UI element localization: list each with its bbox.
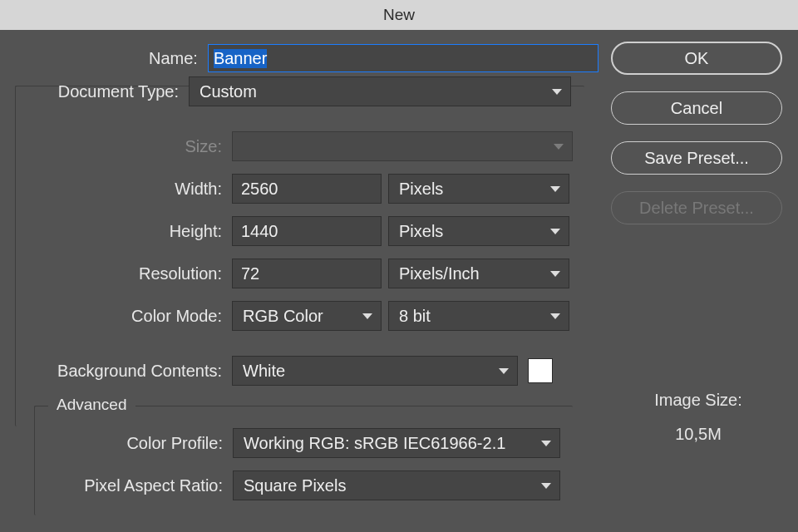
- height-value: 1440: [241, 222, 278, 241]
- par-value: Square Pixels: [244, 476, 346, 495]
- width-unit-value: Pixels: [399, 180, 443, 199]
- bgcontents-select[interactable]: White: [232, 356, 518, 386]
- row-par: Pixel Aspect Ratio: Square Pixels: [35, 469, 573, 502]
- label-bgcontents: Background Contents:: [16, 362, 232, 381]
- chevron-down-icon: [552, 89, 562, 95]
- chevron-down-icon: [550, 313, 560, 319]
- row-width: Width: 2560 Pixels: [16, 172, 584, 205]
- image-size-label: Image Size:: [611, 391, 786, 410]
- resolution-unit-select[interactable]: Pixels/Inch: [388, 259, 569, 288]
- legend-advanced: Advanced: [48, 396, 135, 414]
- name-input-text: Banner: [214, 49, 268, 68]
- row-colormode: Color Mode: RGB Color 8 bit: [16, 299, 584, 332]
- resolution-value: 72: [241, 264, 259, 283]
- delete-preset-button: Delete Preset...: [611, 191, 782, 224]
- chevron-down-icon: [550, 186, 560, 192]
- label-height: Height:: [16, 222, 232, 241]
- width-unit-select[interactable]: Pixels: [388, 174, 569, 204]
- colormode-value: RGB Color: [243, 307, 323, 326]
- chevron-down-icon: [550, 229, 560, 234]
- row-doctype: Document Type: Custom: [16, 75, 584, 108]
- bg-color-swatch[interactable]: [528, 358, 553, 383]
- resolution-unit-value: Pixels/Inch: [399, 264, 480, 283]
- row-size: Size:: [16, 130, 584, 163]
- save-preset-button[interactable]: Save Preset...: [611, 141, 782, 175]
- par-select[interactable]: Square Pixels: [233, 470, 560, 500]
- height-input[interactable]: 1440: [232, 216, 382, 246]
- label-doctype: Document Type:: [16, 82, 189, 101]
- row-height: Height: 1440 Pixels: [16, 214, 584, 248]
- chevron-down-icon: [541, 483, 551, 489]
- titlebar: New: [0, 0, 798, 30]
- bitdepth-select[interactable]: 8 bit: [388, 301, 569, 331]
- cancel-button[interactable]: Cancel: [611, 91, 782, 125]
- ok-button[interactable]: OK: [611, 42, 782, 75]
- height-unit-select[interactable]: Pixels: [388, 216, 569, 246]
- right-column: OK Cancel Save Preset... Delete Preset..…: [611, 42, 786, 444]
- save-preset-label: Save Preset...: [644, 149, 749, 168]
- row-resolution: Resolution: 72 Pixels/Inch: [16, 257, 584, 290]
- cancel-label: Cancel: [671, 99, 722, 118]
- width-input[interactable]: 2560: [232, 174, 382, 204]
- dialog-body: Name: Banner Document Type: Custom Size:: [0, 30, 798, 532]
- name-input[interactable]: Banner: [208, 44, 598, 72]
- row-colorprofile: Color Profile: Working RGB: sRGB IEC6196…: [35, 426, 573, 460]
- fieldset-document: Document Type: Custom Size: Width: 2560: [15, 86, 584, 426]
- doctype-value: Custom: [200, 82, 257, 101]
- chevron-down-icon: [541, 441, 551, 446]
- fieldset-advanced: Advanced Color Profile: Working RGB: sRG…: [34, 406, 573, 515]
- label-size: Size:: [16, 137, 232, 156]
- chevron-down-icon: [550, 271, 560, 277]
- image-size-block: Image Size: 10,5M: [611, 391, 786, 444]
- label-colorprofile: Color Profile:: [35, 434, 233, 453]
- ok-label: OK: [685, 49, 709, 68]
- label-par: Pixel Aspect Ratio:: [35, 476, 233, 495]
- resolution-input[interactable]: 72: [232, 259, 382, 288]
- doctype-select[interactable]: Custom: [189, 76, 571, 106]
- bitdepth-value: 8 bit: [399, 307, 431, 326]
- label-resolution: Resolution:: [16, 264, 232, 283]
- window-title: New: [383, 6, 415, 24]
- colormode-select[interactable]: RGB Color: [232, 301, 382, 331]
- chevron-down-icon: [499, 368, 509, 374]
- delete-preset-label: Delete Preset...: [639, 199, 754, 218]
- label-colormode: Color Mode:: [16, 307, 232, 326]
- colorprofile-select[interactable]: Working RGB: sRGB IEC61966-2.1: [233, 428, 560, 458]
- width-value: 2560: [241, 180, 278, 199]
- form-area: Name: Banner Document Type: Custom Size:: [0, 30, 598, 426]
- row-bgcontents: Background Contents: White: [16, 354, 584, 387]
- label-width: Width:: [16, 180, 232, 199]
- row-name: Name: Banner: [0, 42, 598, 75]
- chevron-down-icon: [554, 144, 564, 150]
- colorprofile-value: Working RGB: sRGB IEC61966-2.1: [244, 434, 505, 453]
- image-size-value: 10,5M: [611, 425, 786, 444]
- size-select: [232, 131, 573, 161]
- chevron-down-icon: [362, 313, 372, 319]
- label-name: Name:: [0, 49, 208, 68]
- bgcontents-value: White: [243, 362, 285, 381]
- height-unit-value: Pixels: [399, 222, 443, 241]
